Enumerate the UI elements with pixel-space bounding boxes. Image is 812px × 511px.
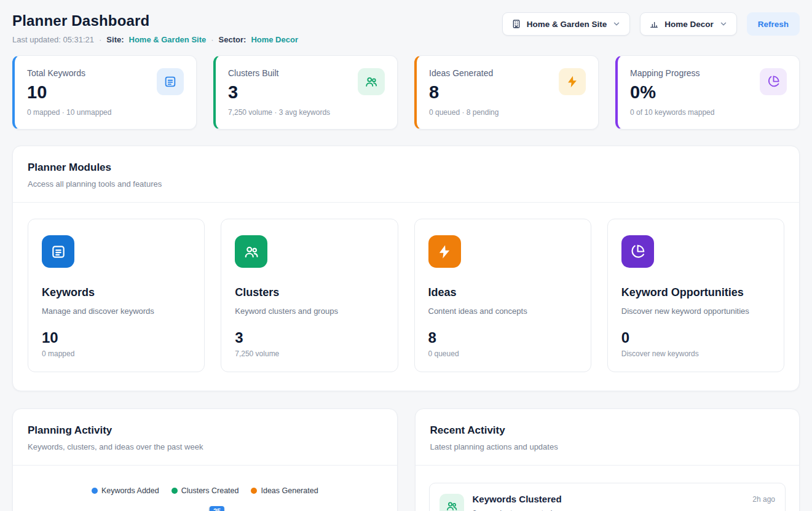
recent-activity-title: Recent Activity	[430, 424, 785, 437]
modules-header: Planner Modules Access all planning tool…	[13, 146, 799, 202]
sector-selector-label: Home Decor	[664, 20, 714, 29]
module-sub: 0 mapped	[42, 349, 191, 358]
modules-grid: Keywords Manage and discover keywords 10…	[13, 203, 799, 391]
meta-separator: ·	[211, 35, 213, 44]
pie-chart-icon	[760, 68, 787, 95]
stat-card-ideas-generated: Ideas Generated 8 0 queued · 8 pending	[414, 55, 599, 130]
area-chart: 25 25 24	[26, 504, 384, 511]
activity-texts: Keywords Clustered 3 new clusters create…	[473, 494, 562, 511]
planning-activity-panel: Planning Activity Keywords, clusters, an…	[12, 408, 398, 511]
recent-activity-panel: Recent Activity Latest planning actions …	[415, 408, 800, 511]
stat-sub: 7,250 volume · 3 avg keywords	[228, 108, 330, 117]
stat-card-total-keywords: Total Keywords 10 0 mapped · 10 unmapped	[12, 55, 197, 130]
stat-value: 8	[429, 82, 499, 103]
activity-timestamp: 2h ago	[752, 494, 775, 504]
stat-value: 3	[228, 82, 330, 103]
users-icon	[235, 235, 267, 268]
page-title: Planner Dashboard	[12, 12, 298, 29]
chart-legend: Keywords Added Clusters Created Ideas Ge…	[13, 466, 397, 495]
sector-selector-dropdown[interactable]: Home Decor	[640, 12, 737, 36]
stat-label: Total Keywords	[27, 68, 111, 78]
chevron-down-icon	[719, 20, 728, 28]
planning-activity-title: Planning Activity	[28, 424, 382, 437]
planner-modules-panel: Planner Modules Access all planning tool…	[12, 146, 800, 391]
planner-dashboard-page: Planner Dashboard Last updated: 05:31:21…	[0, 0, 812, 511]
legend-label: Clusters Created	[181, 486, 239, 495]
module-value: 0	[621, 329, 770, 346]
document-icon	[42, 235, 74, 268]
sector-label: Sector:	[219, 35, 246, 44]
module-sub: Discover new keywords	[621, 349, 770, 358]
legend-dot-icon	[171, 488, 178, 494]
module-description: Content ideas and concepts	[428, 306, 577, 316]
module-title: Keywords	[42, 286, 191, 299]
module-title: Ideas	[428, 286, 577, 299]
chevron-down-icon	[612, 20, 621, 28]
legend-dot-icon	[251, 488, 257, 494]
stat-sub: 0 mapped · 10 unmapped	[27, 108, 111, 117]
module-sub: 7,250 volume	[235, 349, 384, 358]
data-point-label: 25	[210, 506, 224, 511]
stat-label: Mapping Progress	[630, 68, 714, 78]
planning-activity-header: Planning Activity Keywords, clusters, an…	[13, 409, 397, 465]
lightning-icon	[559, 68, 586, 95]
stat-value: 0%	[630, 82, 714, 103]
site-label: Site:	[106, 35, 124, 44]
legend-label: Ideas Generated	[261, 486, 318, 495]
building-icon	[511, 19, 521, 29]
lightning-icon	[428, 235, 461, 268]
module-sub: 0 queued	[428, 349, 577, 358]
module-description: Manage and discover keywords	[42, 306, 191, 316]
bar-chart-icon	[649, 19, 659, 29]
stat-text: Total Keywords 10 0 mapped · 10 unmapped	[27, 68, 111, 117]
refresh-button[interactable]: Refresh	[747, 12, 800, 36]
modules-subtitle: Access all planning tools and features	[28, 179, 784, 189]
legend-item-ideas-generated: Ideas Generated	[251, 486, 318, 495]
module-card-ideas[interactable]: Ideas Content ideas and concepts 8 0 que…	[414, 219, 591, 372]
stat-sub: 0 queued · 8 pending	[429, 108, 499, 117]
stats-row: Total Keywords 10 0 mapped · 10 unmapped…	[12, 55, 800, 130]
module-description: Keyword clusters and groups	[235, 306, 384, 316]
header-left: Planner Dashboard Last updated: 05:31:21…	[12, 12, 298, 44]
meta-separator: ·	[99, 35, 101, 44]
site-selector-dropdown[interactable]: Home & Garden Site	[502, 12, 631, 36]
last-updated-text: Last updated: 05:31:21	[12, 35, 94, 44]
module-card-keywords[interactable]: Keywords Manage and discover keywords 10…	[28, 219, 205, 372]
stat-text: Clusters Built 3 7,250 volume · 3 avg ke…	[228, 68, 330, 117]
page-header: Planner Dashboard Last updated: 05:31:21…	[12, 12, 800, 44]
users-icon	[358, 68, 385, 95]
module-description: Discover new keyword opportunities	[621, 306, 770, 316]
recent-activity-header: Recent Activity Latest planning actions …	[416, 409, 800, 465]
stat-label: Ideas Generated	[429, 68, 499, 78]
stat-value: 10	[27, 82, 111, 103]
site-link[interactable]: Home & Garden Site	[129, 35, 207, 44]
stat-sub: 0 of 10 keywords mapped	[630, 108, 714, 117]
bottom-row: Planning Activity Keywords, clusters, an…	[12, 408, 800, 511]
module-title: Clusters	[235, 286, 384, 299]
stat-card-clusters-built: Clusters Built 3 7,250 volume · 3 avg ke…	[213, 55, 398, 130]
legend-item-keywords-added: Keywords Added	[92, 486, 159, 495]
module-card-keyword-opportunities[interactable]: Keyword Opportunities Discover new keywo…	[607, 219, 784, 372]
activity-title: Keywords Clustered	[473, 494, 562, 504]
sector-link[interactable]: Home Decor	[251, 35, 298, 44]
module-title: Keyword Opportunities	[621, 286, 770, 299]
activity-item-keywords-clustered[interactable]: Keywords Clustered 3 new clusters create…	[429, 483, 786, 511]
recent-activity-subtitle: Latest planning actions and updates	[430, 442, 785, 451]
page-meta: Last updated: 05:31:21 · Site: Home & Ga…	[12, 35, 298, 44]
header-controls: Home & Garden Site Home Decor Refresh	[502, 12, 800, 36]
module-value: 8	[428, 329, 577, 346]
pie-chart-icon	[621, 235, 654, 268]
recent-activity-list: Keywords Clustered 3 new clusters create…	[416, 466, 800, 511]
legend-dot-icon	[92, 488, 98, 494]
stat-card-mapping-progress: Mapping Progress 0% 0 of 10 keywords map…	[615, 55, 800, 130]
legend-label: Keywords Added	[101, 486, 159, 495]
stat-text: Mapping Progress 0% 0 of 10 keywords map…	[630, 68, 714, 117]
activity-description: 3 new clusters created	[473, 509, 562, 511]
users-icon	[440, 494, 464, 511]
document-icon	[157, 68, 184, 95]
site-selector-label: Home & Garden Site	[527, 20, 607, 29]
module-value: 3	[235, 329, 384, 346]
legend-item-clusters-created: Clusters Created	[171, 486, 239, 495]
stat-label: Clusters Built	[228, 68, 330, 78]
module-card-clusters[interactable]: Clusters Keyword clusters and groups 3 7…	[221, 219, 398, 372]
